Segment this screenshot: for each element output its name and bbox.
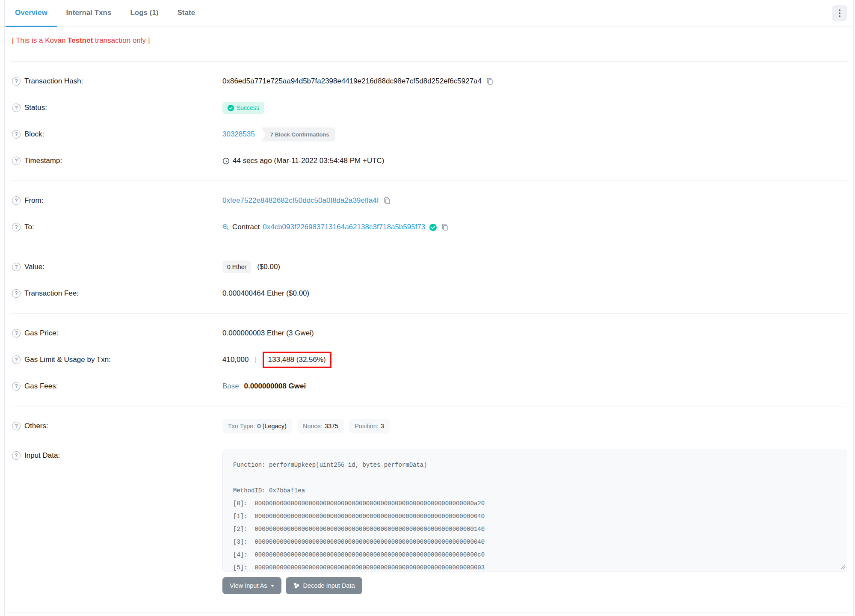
- row-gas-limit-usage: Gas Limit & Usage by Txn: 410,000 | 133,…: [5, 346, 853, 373]
- usd-value-text: ($0.00): [257, 263, 280, 271]
- input-data-label: Input Data:: [24, 451, 60, 460]
- row-value: Value: 0 Ether ($0.00): [5, 254, 853, 280]
- check-circle-icon: [228, 105, 234, 111]
- copy-icon: [486, 77, 494, 85]
- block-number-link[interactable]: 30328535: [222, 130, 255, 139]
- divider: [11, 247, 847, 247]
- group-from-to: From: 0xfee7522e8482682cf50ddc50a0f8da2a…: [5, 187, 853, 240]
- copy-icon: [441, 223, 449, 231]
- divider: [11, 406, 847, 406]
- copy-hash-button[interactable]: [486, 77, 494, 85]
- transaction-hash-value: 0x86ed5a771e725aa94d5b7fa2398e4419e216d8…: [222, 77, 482, 86]
- decode-icon: [293, 582, 300, 589]
- to-contract-address-link[interactable]: 0x4cb093f226983713164a62138c3f718a5b595f…: [263, 223, 425, 231]
- nonce-badge: Nonce: 3375: [297, 419, 344, 433]
- row-transaction-fee: Transaction Fee: 0.000400464 Ether ($0.0…: [5, 280, 853, 307]
- kebab-dot-icon: [839, 12, 840, 14]
- txn-type-value: 0 (Legacy): [257, 423, 287, 429]
- others-label: Others:: [24, 422, 48, 430]
- annotation-highlight-box: 133,488 (32.56%): [263, 352, 331, 368]
- tab-logs[interactable]: Logs (1): [121, 0, 168, 27]
- decompile-bytecode-button[interactable]: [222, 224, 229, 231]
- row-timestamp: Timestamp: 44 secs ago (Mar-11-2022 03:5…: [5, 148, 853, 174]
- position-badge: Position: 3: [349, 419, 390, 433]
- divider: [11, 181, 847, 181]
- copy-from-button[interactable]: [383, 197, 391, 204]
- input-data-content: Function: performUpkeep(uint256 id, byte…: [233, 459, 837, 572]
- testnet-warning: [ This is a Kovan Testnet transaction on…: [12, 36, 846, 46]
- row-from: From: 0xfee7522e8482682cf50ddc50a0f8da2a…: [5, 187, 853, 214]
- status-badge: Success: [222, 102, 264, 114]
- kebab-menu-button[interactable]: [832, 5, 847, 21]
- input-data-actions: View Input As Decode Input Data: [222, 577, 847, 594]
- gas-price-label: Gas Price:: [24, 329, 58, 338]
- divider: [11, 61, 847, 62]
- position-value: 3: [381, 423, 384, 429]
- copy-to-button[interactable]: [441, 223, 449, 231]
- timestamp-value: 44 secs ago (Mar-11-2022 03:54:48 PM +UT…: [233, 157, 385, 165]
- warning-text-prefix: [ This is a Kovan: [12, 36, 68, 44]
- help-icon[interactable]: [12, 223, 21, 231]
- row-transaction-hash: Transaction Hash: 0x86ed5a771e725aa94d5b…: [5, 68, 853, 95]
- tab-overview[interactable]: Overview: [6, 0, 57, 27]
- clock-icon: [222, 157, 230, 165]
- help-icon[interactable]: [12, 130, 21, 139]
- row-gas-price: Gas Price: 0.000000003 Ether (3 Gwei): [5, 320, 853, 346]
- gas-separator: |: [254, 356, 256, 364]
- help-icon[interactable]: [12, 263, 21, 271]
- status-badge-text: Success: [237, 104, 259, 111]
- help-icon[interactable]: [12, 451, 21, 460]
- nonce-key: Nonce:: [303, 423, 322, 429]
- transaction-overview-card: Overview Internal Txns Logs (1) State [ …: [4, 0, 854, 616]
- gas-usage-value: 133,488 (32.56%): [268, 355, 326, 364]
- chevron-down-icon: [271, 585, 274, 587]
- position-key: Position:: [355, 423, 379, 429]
- decode-input-data-button[interactable]: Decode Input Data: [286, 577, 362, 594]
- base-fee-value: 0.000000008 Gwei: [244, 382, 306, 391]
- kebab-dot-icon: [839, 9, 840, 11]
- bottom-divider: [5, 613, 853, 613]
- transaction-hash-label: Transaction Hash:: [24, 77, 83, 86]
- help-icon[interactable]: [12, 382, 21, 391]
- from-label: From:: [24, 196, 43, 205]
- verified-contract-check-icon: [429, 224, 437, 231]
- row-input-data: Input Data: Function: performUpkeep(uint…: [5, 439, 853, 594]
- help-icon[interactable]: [12, 329, 21, 338]
- view-input-as-button[interactable]: View Input As: [222, 577, 281, 594]
- help-icon[interactable]: [12, 77, 21, 86]
- from-address-link[interactable]: 0xfee7522e8482682cf50ddc50a0f8da2a39effa…: [222, 196, 379, 205]
- help-icon[interactable]: [12, 289, 21, 298]
- txn-type-badge: Txn Type: 0 (Legacy): [222, 419, 292, 433]
- warning-text-bold: Testnet: [68, 36, 93, 44]
- tab-state[interactable]: State: [168, 0, 205, 27]
- transaction-fee-value: 0.000400464 Ether ($0.00): [222, 289, 309, 298]
- to-contract-prefix: Contract: [232, 223, 260, 231]
- transaction-fee-label: Transaction Fee:: [24, 289, 79, 298]
- help-icon[interactable]: [12, 355, 21, 364]
- help-icon[interactable]: [12, 157, 21, 165]
- tab-internal-txns[interactable]: Internal Txns: [57, 0, 121, 27]
- tab-bar: Overview Internal Txns Logs (1) State: [5, 0, 853, 27]
- status-label: Status:: [24, 104, 47, 112]
- input-data-textarea[interactable]: Function: performUpkeep(uint256 id, byte…: [222, 450, 847, 572]
- resize-handle-icon[interactable]: [840, 564, 845, 569]
- help-icon[interactable]: [12, 104, 21, 112]
- copy-icon: [383, 197, 391, 204]
- divider: [11, 313, 847, 314]
- block-label: Block:: [24, 130, 44, 139]
- row-block: Block: 30328535 7 Block Confirmations: [5, 121, 853, 148]
- gas-limit-usage-label: Gas Limit & Usage by Txn:: [24, 355, 111, 364]
- group-others-input: Others: Txn Type: 0 (Legacy) Nonce: 3375…: [5, 413, 853, 594]
- to-label: To:: [24, 223, 34, 231]
- txn-type-key: Txn Type:: [228, 423, 255, 429]
- nonce-value: 3375: [325, 423, 338, 429]
- view-input-as-label: View Input As: [230, 582, 267, 589]
- kebab-dot-icon: [839, 15, 840, 17]
- row-status: Status: Success: [5, 95, 853, 121]
- help-icon[interactable]: [12, 422, 21, 430]
- ether-value-badge: 0 Ether: [222, 261, 251, 273]
- help-icon[interactable]: [12, 196, 21, 205]
- gas-fees-label: Gas Fees:: [24, 382, 58, 391]
- value-label: Value:: [24, 263, 44, 271]
- decode-input-data-label: Decode Input Data: [303, 582, 355, 589]
